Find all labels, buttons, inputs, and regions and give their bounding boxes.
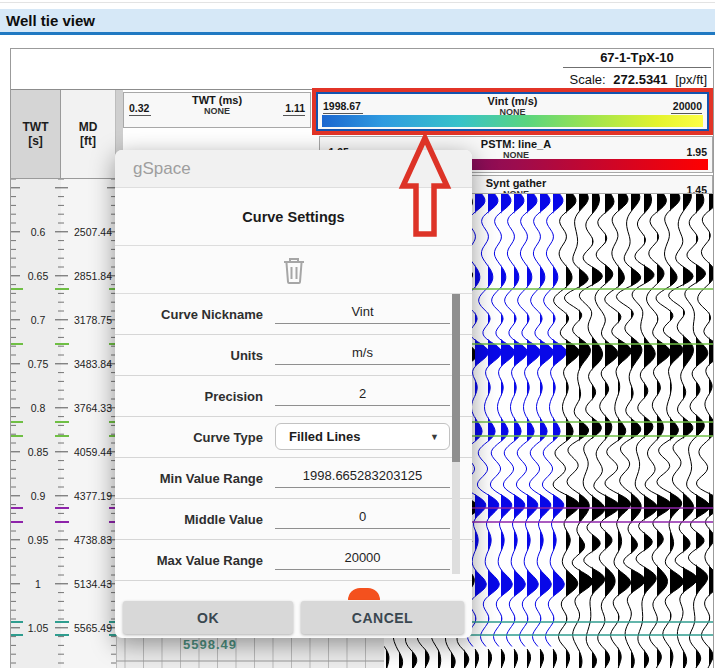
curve-type-value: Filled Lines (276, 429, 361, 444)
svg-text:0.9: 0.9 (31, 490, 46, 502)
twt-column-unit: [s] (28, 134, 43, 148)
chevron-down-icon: ▼ (430, 432, 449, 442)
dialog-scrollbar[interactable] (452, 294, 460, 574)
curve-header-twt-ms[interactable]: TWT (ms) NONE 0.32 1.11 (123, 92, 311, 128)
svg-text:5565.49: 5565.49 (74, 622, 112, 634)
hidden-toggle-peek (348, 588, 380, 600)
curve-header-vint[interactable]: Vint (m/s) NONE 1998.67 20000 (316, 92, 709, 131)
cancel-button[interactable]: CANCEL (301, 601, 464, 634)
precision-row: Precision2 (115, 376, 472, 417)
svg-text:0.7: 0.7 (31, 314, 46, 326)
pstm-title: PSTM: line_A (320, 138, 712, 150)
svg-text:0.85: 0.85 (28, 446, 49, 458)
trash-icon (281, 255, 307, 285)
middle-value-row: Middle Value0 (115, 499, 472, 540)
min-value-range-input[interactable]: 1998.665283203125 (275, 468, 450, 488)
well-tie-view-window: Well tie view 67-1-TpX-10 Scale: 272.534… (0, 0, 715, 668)
scale-label: Scale: (570, 72, 606, 87)
svg-text:4059.44: 4059.44 (74, 446, 112, 458)
dialog-fields: Curve NicknameVintUnitsm/sPrecision2Curv… (115, 294, 472, 581)
units-input[interactable]: m/s (275, 345, 450, 365)
vint-colorbar (322, 115, 703, 127)
twt-column-title: TWT (23, 120, 49, 134)
svg-text:2851.84: 2851.84 (74, 270, 112, 282)
svg-text:1.05: 1.05 (28, 622, 49, 634)
svg-text:4377.19: 4377.19 (74, 490, 112, 502)
svg-text:3483.84: 3483.84 (74, 358, 112, 370)
pstm-max: 1.95 (685, 146, 707, 160)
min-value-range-row: Min Value Range1998.665283203125 (115, 458, 472, 499)
svg-text:3178.75: 3178.75 (74, 314, 112, 326)
precision-label: Precision (115, 389, 263, 404)
synt-max: 1.45 (685, 184, 707, 194)
svg-text:0.8: 0.8 (31, 402, 46, 414)
page-title: Well tie view (0, 9, 715, 32)
curve-nickname-row: Curve NicknameVint (115, 294, 472, 335)
svg-text:0.6: 0.6 (31, 226, 46, 238)
delete-curve-button[interactable] (281, 255, 307, 285)
twt-ms-mode: NONE (124, 106, 310, 116)
units-label: Units (115, 348, 263, 363)
vint-max: 20000 (671, 100, 702, 114)
ok-button[interactable]: OK (123, 601, 293, 634)
twt-column-header: TWT [s] (11, 90, 61, 179)
scale-value: 272.5341 (613, 72, 667, 87)
svg-text:5134.43: 5134.43 (74, 578, 112, 590)
svg-text:0.95: 0.95 (28, 534, 49, 546)
top-divider (0, 2, 715, 3)
curve-type-label: Curve Type (115, 430, 263, 445)
svg-text:0.75: 0.75 (28, 358, 49, 370)
vint-title: Vint (m/s) (318, 95, 707, 107)
middle-value-label: Middle Value (115, 512, 263, 527)
page-header: Well tie view (0, 9, 715, 35)
svg-text:0.65: 0.65 (28, 270, 49, 282)
twt-ms-max: 1.11 (283, 102, 305, 116)
md-annotation: 5598.49 (183, 637, 237, 652)
md-column-header: MD [ft] (61, 90, 116, 179)
svg-text:2507.44: 2507.44 (74, 226, 112, 238)
trash-row (115, 246, 472, 294)
twt-ms-title: TWT (ms) (124, 94, 310, 106)
curve-type-row: Curve TypeFilled Lines▼ (115, 417, 472, 458)
well-name: 67-1-TpX-10 (563, 50, 711, 68)
curve-type-dropdown[interactable]: Filled Lines▼ (275, 423, 450, 450)
scale-unit: [px/ft] (675, 72, 707, 87)
curve-header-vint-highlight[interactable]: Vint (m/s) NONE 1998.67 20000 (312, 88, 713, 135)
middle-value-input[interactable]: 0 (275, 509, 450, 529)
curve-nickname-input[interactable]: Vint (275, 304, 450, 324)
min-value-range-label: Min Value Range (115, 471, 263, 486)
max-value-range-row: Max Value Range20000 (115, 540, 472, 581)
svg-text:4738.83: 4738.83 (74, 534, 112, 546)
precision-input[interactable]: 2 (275, 386, 450, 406)
vint-min: 1998.67 (323, 100, 363, 114)
md-column-title: MD (79, 120, 98, 134)
svg-text:1: 1 (35, 578, 41, 590)
red-callout-arrow (395, 130, 455, 242)
twt-ms-min: 0.32 (129, 102, 151, 116)
max-value-range-label: Max Value Range (115, 553, 263, 568)
curve-nickname-label: Curve Nickname (115, 307, 263, 322)
svg-text:3764.33: 3764.33 (74, 402, 112, 414)
scrollbar-thumb[interactable] (452, 294, 460, 462)
depth-ruler: 0.62507.440.652851.840.73178.750.753483.… (11, 179, 123, 668)
md-column-unit: [ft] (80, 134, 96, 148)
max-value-range-input[interactable]: 20000 (275, 550, 450, 570)
scale-row: Scale: 272.5341 [px/ft] (570, 72, 707, 87)
units-row: Unitsm/s (115, 335, 472, 376)
